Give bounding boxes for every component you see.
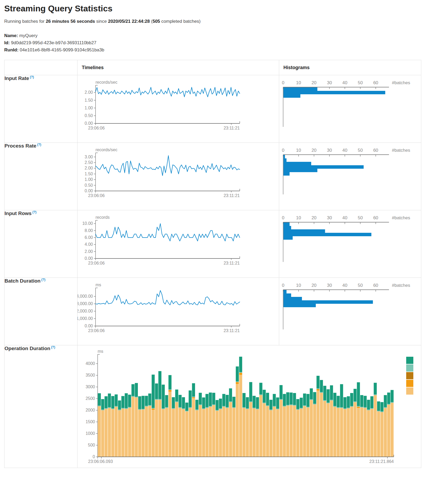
svg-text:23:06:06.093: 23:06:06.093	[88, 459, 113, 464]
legend-swatch	[406, 387, 413, 395]
name-label: Name:	[4, 33, 18, 38]
svg-text:1.00: 1.00	[85, 106, 93, 110]
batch-duration-help-icon[interactable]: (?)	[41, 278, 45, 282]
svg-text:4000: 4000	[85, 361, 95, 366]
process-rate-histogram-chart: 0102030405060#batches	[279, 143, 421, 210]
svg-text:4,000.00: 4,000.00	[78, 294, 93, 298]
input-rows-help-icon[interactable]: (?)	[32, 210, 36, 214]
table-row: Process Rate(?) records/sec3.002.502.001…	[4, 143, 421, 210]
svg-text:40: 40	[342, 80, 347, 85]
svg-text:20: 20	[311, 148, 316, 153]
svg-text:10: 10	[296, 283, 301, 288]
svg-text:0: 0	[282, 148, 284, 153]
id-label: Id:	[4, 40, 10, 45]
svg-text:23:06:06: 23:06:06	[88, 328, 105, 333]
legend-swatch	[406, 380, 413, 387]
name-value: myQuery	[19, 33, 38, 38]
header-blank-cell	[4, 60, 78, 75]
svg-text:6.00: 6.00	[85, 235, 93, 240]
svg-text:50: 50	[358, 215, 363, 220]
input-rate-help-icon[interactable]: (?)	[30, 75, 34, 79]
svg-text:ms: ms	[96, 283, 101, 287]
svg-text:8.00: 8.00	[85, 228, 93, 233]
svg-text:23:06:06: 23:06:06	[88, 126, 105, 130]
svg-text:#batches: #batches	[392, 148, 410, 153]
svg-text:30: 30	[327, 283, 332, 288]
streaming-statistics-page: Streaming Query Statistics Running batch…	[0, 0, 448, 468]
input-rows-label-cell: Input Rows(?)	[4, 210, 78, 278]
svg-text:23:11:21: 23:11:21	[224, 328, 240, 333]
input-rows-histogram-chart: 0102030405060#batches	[279, 210, 421, 278]
svg-text:30: 30	[327, 215, 332, 220]
batch-duration-timeline-chart: ms4,000.003,000.002,000.001,000.000.0023…	[78, 278, 279, 345]
batch-duration-histogram-chart: 0102030405060#batches	[279, 278, 421, 345]
svg-text:0: 0	[93, 454, 95, 459]
query-meta: Name: myQuery Id: 9d0dd219-995d-423e-b97…	[4, 32, 448, 53]
id-value: 9d0dd219-995d-423e-b97d-36931110bb27	[11, 40, 97, 45]
table-row: Operation Duration(?) ms4000350030002500…	[4, 345, 421, 468]
svg-text:40: 40	[342, 283, 347, 288]
table-row: Input Rate(?) records/sec2.001.501.000.5…	[4, 75, 421, 143]
svg-text:0: 0	[282, 80, 284, 85]
svg-text:1500: 1500	[85, 419, 95, 424]
header-histograms: Histograms	[279, 60, 421, 75]
svg-text:40: 40	[342, 148, 347, 153]
operation-duration-legend	[406, 357, 413, 395]
completed-suffix: completed batches)	[160, 19, 201, 24]
since-text: since	[95, 19, 108, 24]
svg-text:0.00: 0.00	[85, 121, 93, 126]
svg-text:23:11:21: 23:11:21	[224, 261, 240, 265]
runid-value: 04e101e6-8bf8-4165-9099-9104c951ba3b	[20, 47, 105, 52]
table-header-row: Timelines Histograms	[4, 60, 421, 75]
svg-text:50: 50	[358, 148, 363, 153]
running-summary: Running batches for 26 minutes 56 second…	[4, 19, 448, 24]
svg-text:2.50: 2.50	[85, 160, 93, 165]
batch-duration-label-cell: Batch Duration(?)	[4, 278, 78, 345]
svg-text:23:11:21: 23:11:21	[224, 193, 240, 198]
process-rate-help-icon[interactable]: (?)	[37, 143, 41, 146]
svg-text:60: 60	[373, 215, 378, 220]
svg-text:2500: 2500	[85, 396, 95, 401]
statistics-table: Timelines Histograms Input Rate(?) recor…	[4, 60, 421, 468]
query-id-line: Id: 9d0dd219-995d-423e-b97d-36931110bb27	[4, 39, 448, 46]
svg-text:23:06:06: 23:06:06	[88, 261, 105, 265]
operation-duration-chart: ms4000350030002500200015001000500023:06:…	[78, 345, 421, 468]
operation-duration-label-cell: Operation Duration(?)	[4, 345, 78, 468]
paren-open: (	[150, 19, 152, 24]
svg-text:10.00: 10.00	[82, 221, 93, 226]
input-rate-label-cell: Input Rate(?)	[4, 75, 78, 143]
svg-text:10: 10	[296, 80, 301, 85]
row-label: Operation Duration(?)	[4, 346, 55, 351]
svg-text:50: 50	[358, 80, 363, 85]
svg-text:records/sec: records/sec	[96, 80, 117, 84]
svg-text:50: 50	[358, 283, 363, 288]
svg-text:0.50: 0.50	[85, 183, 93, 188]
svg-text:3500: 3500	[85, 373, 95, 377]
svg-text:1.50: 1.50	[85, 98, 93, 102]
table-row: Input Rows(?) records10.008.006.004.002.…	[4, 210, 421, 278]
svg-text:records/sec: records/sec	[96, 148, 117, 152]
svg-text:30: 30	[327, 80, 332, 85]
svg-text:1000: 1000	[85, 431, 95, 436]
row-label: Input Rows(?)	[4, 211, 37, 216]
operation-duration-help-icon[interactable]: (?)	[51, 345, 55, 349]
runid-label: RunId:	[4, 47, 19, 52]
legend-swatch	[406, 364, 413, 372]
svg-text:#batches: #batches	[392, 80, 410, 85]
svg-text:60: 60	[373, 148, 378, 153]
header-timelines: Timelines	[78, 60, 279, 75]
svg-text:3.00: 3.00	[85, 155, 93, 159]
row-label: Batch Duration(?)	[4, 278, 46, 284]
input-rows-timeline-chart: records10.008.006.004.002.000.0023:06:06…	[78, 210, 279, 278]
svg-text:1.00: 1.00	[85, 177, 93, 182]
table-row: Batch Duration(?) ms4,000.003,000.002,00…	[4, 278, 421, 345]
svg-text:10: 10	[296, 148, 301, 153]
svg-text:60: 60	[373, 80, 378, 85]
svg-text:23:11:21.864: 23:11:21.864	[369, 459, 394, 464]
svg-text:2000: 2000	[85, 408, 95, 412]
svg-text:#batches: #batches	[392, 215, 410, 220]
svg-text:30: 30	[327, 148, 332, 153]
svg-text:#batches: #batches	[392, 283, 410, 288]
svg-text:60: 60	[373, 283, 378, 288]
process-rate-timeline-chart: records/sec3.002.502.001.501.000.500.002…	[78, 143, 279, 210]
